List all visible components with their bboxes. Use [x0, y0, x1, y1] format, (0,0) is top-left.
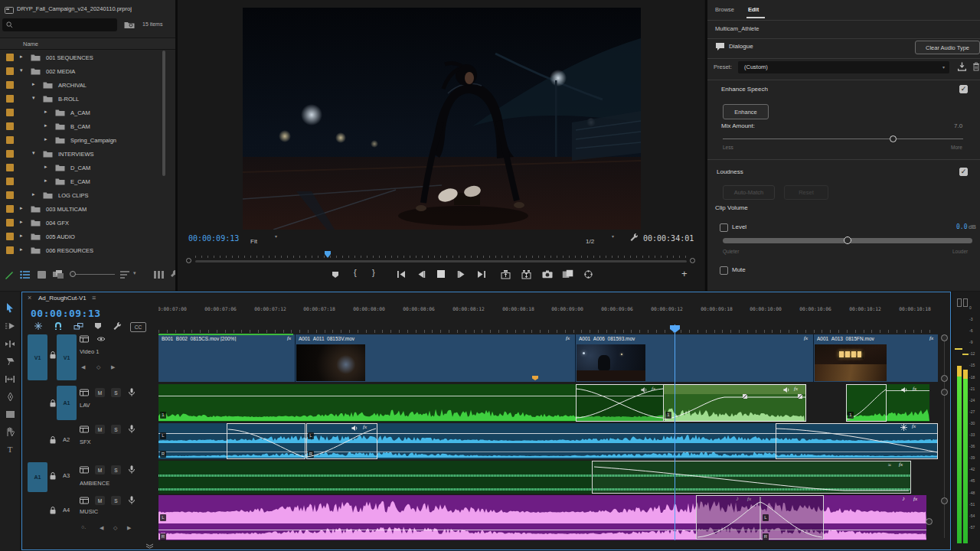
bin-name[interactable]: D_CAM — [70, 165, 90, 171]
save-preset-icon[interactable] — [957, 61, 967, 72]
bin-name[interactable]: INTERVIEWS — [58, 151, 94, 158]
tab-edit[interactable]: Edit — [748, 6, 759, 13]
bin-row[interactable]: ▸Spring_Campaign — [0, 133, 162, 147]
volume-envelope-box[interactable] — [592, 461, 911, 494]
kf-add-icon[interactable]: ◇ — [96, 364, 100, 370]
rectangle-tool[interactable] — [3, 407, 17, 421]
bin-row[interactable]: ▾B-ROLL — [0, 92, 162, 106]
mix-amount-slider-thumb[interactable] — [890, 135, 897, 142]
tab-browse[interactable]: Browse — [715, 6, 734, 13]
hscroll-handle[interactable] — [926, 518, 933, 525]
solo-track-button[interactable]: S — [111, 425, 121, 434]
video-clip[interactable]: A001_A006_081593.mov fx — [576, 334, 814, 382]
freeform-view-icon[interactable] — [52, 269, 64, 279]
track-select-a3[interactable]: A3 — [63, 472, 70, 479]
mix-amount-value[interactable]: 7.0 — [954, 122, 962, 129]
mark-in-button[interactable]: { — [354, 268, 357, 277]
video-clip[interactable]: B001_B002_0815CS.mov [200%] fx — [158, 334, 296, 382]
bin-row[interactable]: ▸E_CAM — [0, 174, 162, 188]
mute-track-button[interactable]: M — [95, 425, 105, 434]
chevron-right-icon[interactable]: ▸ — [20, 205, 23, 211]
slip-tool[interactable] — [3, 372, 17, 386]
bin-row[interactable]: ▸004 GFX — [0, 216, 162, 230]
enhance-speech-checkbox[interactable]: ✓ — [959, 85, 968, 93]
linked-selection-icon[interactable] — [74, 322, 83, 331]
zoom-slider-thumb[interactable] — [70, 271, 76, 277]
video-clip[interactable]: A001_A013_0815FN.mov fx — [814, 334, 938, 382]
search-bin-icon[interactable] — [124, 21, 135, 29]
lift-button[interactable] — [501, 269, 511, 279]
bin-name[interactable]: 004 GFX — [46, 220, 69, 227]
kf-prev-icon[interactable]: ◀ — [100, 525, 103, 531]
bin-name[interactable]: 001 SEQUENCES — [46, 54, 93, 61]
voiceover-mic-icon[interactable] — [128, 387, 136, 397]
extract-button[interactable] — [521, 269, 531, 279]
bin-color-label[interactable] — [6, 109, 14, 116]
chevron-down-icon[interactable]: ▾ — [20, 67, 23, 73]
kf-next-icon[interactable]: ▶ — [111, 364, 115, 370]
search-box[interactable] — [2, 18, 117, 31]
loudness-checkbox[interactable]: ✓ — [959, 168, 968, 176]
bin-name[interactable]: E_CAM — [70, 178, 90, 185]
audio-track-name[interactable]: LAV — [80, 402, 90, 409]
track-select-v1[interactable]: V1 — [57, 334, 77, 380]
crossfade-transition[interactable] — [576, 384, 664, 422]
bin-row[interactable]: ▾INTERVIEWS — [0, 147, 162, 161]
bin-row[interactable]: ▸LOG CLIPS — [0, 188, 162, 202]
track-lock-icon[interactable] — [49, 350, 57, 360]
monitor-scrollbar[interactable] — [195, 260, 687, 262]
bin-color-label[interactable] — [6, 246, 14, 254]
track-select-a1[interactable]: A1 — [57, 386, 77, 420]
bin-row[interactable]: ▸001 SEQUENCES — [0, 51, 162, 64]
source-patch-v1[interactable]: V1 — [28, 334, 47, 380]
nest-toggle-icon[interactable] — [34, 321, 43, 331]
monitor-scroll-right-handle[interactable] — [690, 258, 695, 263]
bin-name[interactable]: B-ROLL — [58, 96, 79, 103]
video-clip[interactable]: A001_A011_08153V.mov fx — [296, 334, 576, 382]
level-slider-thumb[interactable] — [844, 236, 851, 244]
bin-row[interactable]: ▸D_CAM — [0, 161, 162, 174]
bin-name[interactable]: 005 AUDIO — [46, 233, 75, 240]
audio-track-name[interactable]: MUSIC — [80, 508, 98, 515]
bin-row[interactable]: ▸005 AUDIO — [0, 230, 162, 243]
bin-row[interactable]: ▸B_CAM — [0, 119, 162, 133]
video-track-name[interactable]: Video 1 — [80, 348, 99, 355]
project-scrollbar[interactable] — [162, 51, 165, 176]
zoom-slider-track[interactable] — [72, 274, 115, 275]
bin-color-label[interactable] — [6, 81, 14, 89]
razor-tool[interactable] — [3, 354, 17, 368]
go-to-in-button[interactable] — [397, 270, 407, 279]
type-tool[interactable]: T — [3, 442, 17, 456]
panel-menu-icon[interactable]: ≡ — [92, 294, 96, 302]
track-display-icon[interactable] — [80, 389, 89, 396]
bin-color-label[interactable] — [6, 191, 14, 199]
bin-row[interactable]: ▸A_CAM — [0, 106, 162, 119]
bin-color-label[interactable] — [6, 150, 14, 158]
bin-name[interactable]: B_CAM — [70, 123, 90, 130]
kf-toggle-icon[interactable]: ○. — [81, 524, 86, 530]
playback-resolution-select[interactable]: 1/2 ▾ — [586, 233, 622, 244]
timeline-timecode[interactable]: 00:00:09:13 — [31, 308, 101, 319]
mute-track-button[interactable]: M — [95, 388, 105, 397]
hand-tool[interactable] — [3, 425, 17, 439]
bin-color-label[interactable] — [6, 95, 14, 103]
kf-prev-icon[interactable]: ◀ — [81, 364, 85, 370]
mute-checkbox[interactable] — [720, 266, 728, 275]
bin-name[interactable]: 003 MULTICAM — [46, 206, 87, 213]
music-crossfade-transition[interactable] — [696, 495, 824, 540]
add-marker-button[interactable] — [331, 270, 340, 279]
selection-tool[interactable] — [3, 301, 17, 315]
bin-color-label[interactable] — [6, 54, 14, 61]
go-to-out-button[interactable] — [476, 270, 486, 279]
mute-track-button[interactable]: M — [95, 465, 105, 474]
vscroll-handle[interactable] — [941, 334, 948, 341]
monitor-scroll-left-handle[interactable] — [186, 258, 191, 263]
export-frame-button[interactable] — [542, 270, 553, 279]
monitor-settings-wrench-icon[interactable] — [629, 233, 639, 242]
step-back-button[interactable] — [416, 270, 426, 279]
bin-color-label[interactable] — [6, 67, 14, 75]
sequence-tab[interactable]: Ad_RoughCut-V1 — [38, 295, 87, 302]
bin-color-label[interactable] — [6, 219, 14, 227]
mark-out-button[interactable]: } — [372, 268, 375, 277]
mix-amount-slider-track[interactable] — [723, 139, 963, 139]
